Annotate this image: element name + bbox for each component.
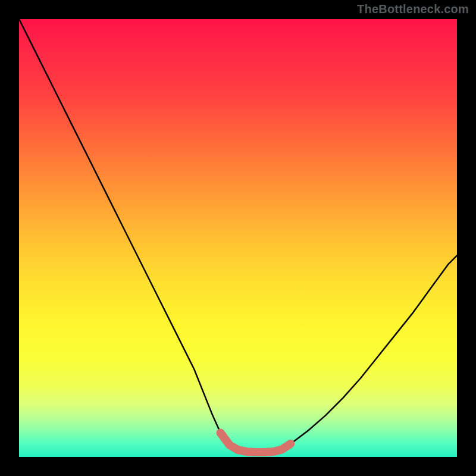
chart-frame: TheBottleneck.com (0, 0, 476, 476)
plot-area (19, 19, 457, 457)
bottleneck-curve (19, 19, 457, 457)
watermark-text: TheBottleneck.com (357, 2, 469, 16)
curve-path (19, 19, 457, 452)
flat-bottom-band (221, 433, 291, 452)
